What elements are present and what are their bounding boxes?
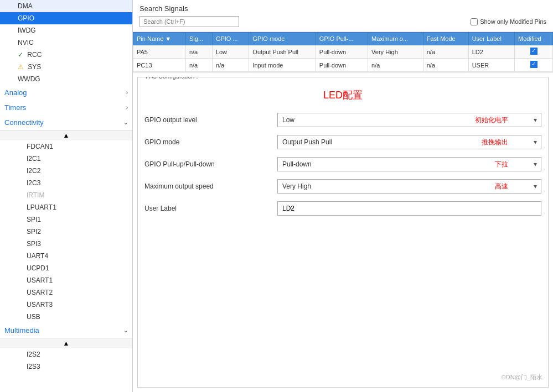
show-modified-checkbox[interactable] — [471, 18, 478, 25]
search-signals-title: Search Signals — [139, 4, 546, 13]
sidebar-item-usart3[interactable]: USART3 — [0, 299, 132, 311]
config-select-speed[interactable]: Low Medium High Very High — [277, 179, 541, 194]
config-select-output-level[interactable]: Low High — [277, 113, 541, 127]
sidebar-item-usart1[interactable]: USART1 — [0, 274, 132, 286]
sidebar-item-lpuart1[interactable]: LPUART1 — [0, 201, 132, 213]
cell-sig: n/a — [185, 45, 212, 59]
sidebar-item-spi3[interactable]: SPI3 — [0, 238, 132, 250]
cell-fast-mode: n/a — [423, 45, 468, 59]
sidebar-item-i2s3[interactable]: I2S3 — [0, 360, 132, 373]
cell-gpio-io: n/a — [212, 59, 249, 72]
chevron-down-icon: ⌄ — [123, 119, 128, 126]
table-row[interactable]: PA5 n/a Low Output Push Pull Pull-down V… — [133, 45, 553, 59]
main-content: Search Signals Show only Modified Pins P… — [133, 0, 553, 392]
sidebar-item-usart2[interactable]: USART2 — [0, 286, 132, 299]
sidebar-item-ucpd1[interactable]: UCPD1 — [0, 262, 132, 274]
col-pin-name[interactable]: Pin Name ▼ — [133, 33, 186, 45]
sidebar-item-irtim[interactable]: IRTIM — [0, 189, 132, 201]
cell-fast-mode: n/a — [423, 59, 468, 72]
config-label-pull: GPIO Pull-up/Pull-down — [144, 160, 277, 168]
check-icon: ✓ — [18, 51, 23, 59]
search-input[interactable] — [139, 16, 239, 27]
sidebar-item-iwdg[interactable]: IWDG — [0, 24, 132, 36]
sidebar-item-spi1[interactable]: SPI1 — [0, 213, 132, 226]
cell-gpio-mode: Output Push Pull — [249, 45, 316, 59]
config-legend: PA5 Configuration : — [143, 77, 200, 80]
scroll-down-button[interactable]: ▲ — [0, 338, 132, 348]
config-select-gpio-mode-wrapper: Output Push Pull Output Open Drain Input… — [277, 135, 541, 149]
sidebar-item-i2c3[interactable]: I2C3 — [0, 177, 132, 189]
gpio-table-wrapper: Pin Name ▼ Sig... GPIO ... GPIO mode GPI… — [133, 32, 553, 72]
chevron-right-icon: › — [126, 104, 128, 111]
config-label-speed: Maximum output speed — [144, 182, 277, 190]
col-modified[interactable]: Modified — [515, 33, 553, 45]
col-gpio-pull[interactable]: GPIO Pull-... — [316, 33, 368, 45]
sidebar-item-wwdg[interactable]: WWDG — [0, 73, 132, 85]
show-modified-label: Show only Modified Pins — [480, 18, 546, 25]
col-gpio-io[interactable]: GPIO ... — [212, 33, 249, 45]
sidebar-category-timers[interactable]: Timers › — [0, 100, 132, 115]
sidebar-item-nvic[interactable]: NVIC — [0, 36, 132, 49]
search-bar: Search Signals Show only Modified Pins — [133, 0, 553, 32]
config-row-speed: Maximum output speed Low Medium High Ver… — [144, 179, 541, 194]
cell-gpio-mode: Input mode — [249, 59, 316, 72]
config-section: PA5 Configuration : LED配置 GPIO output le… — [137, 77, 549, 388]
config-select-pull[interactable]: No pull-up and no pull-down Pull-up Pull… — [277, 157, 541, 171]
col-sig[interactable]: Sig... — [185, 33, 212, 45]
gpio-table: Pin Name ▼ Sig... GPIO ... GPIO mode GPI… — [133, 32, 553, 72]
cell-gpio-pull: Pull-down — [316, 59, 368, 72]
sidebar-category-connectivity[interactable]: Connectivity ⌄ — [0, 115, 132, 130]
watermark: ©DN@门_陌水 — [502, 373, 542, 381]
config-title: LED配置 — [144, 88, 541, 102]
arrow-up-icon: ▲ — [63, 132, 70, 139]
cell-pin-name: PA5 — [133, 45, 186, 59]
sidebar-item-spi2[interactable]: SPI2 — [0, 226, 132, 238]
modified-checkbox-checked — [530, 61, 538, 68]
cell-user-label: LD2 — [468, 45, 514, 59]
sidebar-item-usb[interactable]: USB — [0, 311, 132, 323]
sidebar-item-i2c1[interactable]: I2C1 — [0, 153, 132, 165]
chevron-down-icon: ⌄ — [123, 327, 128, 333]
sidebar-category-analog[interactable]: Analog › — [0, 85, 132, 100]
modified-checkbox-checked — [530, 48, 538, 55]
cell-sig: n/a — [185, 59, 212, 72]
config-select-gpio-mode[interactable]: Output Push Pull Output Open Drain Input… — [277, 135, 541, 149]
cell-pin-name: PC13 — [133, 59, 186, 72]
sidebar-item-gpio[interactable]: GPIO — [0, 12, 132, 24]
config-row-user-label: User Label — [144, 201, 541, 216]
col-gpio-mode[interactable]: GPIO mode — [249, 33, 316, 45]
sidebar-item-fdcan1[interactable]: FDCAN1 — [0, 140, 132, 153]
config-row-pull: GPIO Pull-up/Pull-down No pull-up and no… — [144, 157, 541, 171]
sidebar-item-sys[interactable]: ⚠ SYS — [0, 61, 132, 73]
arrow-up-icon2: ▲ — [63, 339, 70, 347]
sidebar-category-multimedia[interactable]: Multimedia ⌄ — [0, 323, 132, 338]
cell-max-output: n/a — [368, 59, 423, 72]
sidebar-item-dma[interactable]: DMA — [0, 0, 132, 12]
sidebar-item-rcc[interactable]: ✓ RCC — [0, 49, 132, 61]
table-row[interactable]: PC13 n/a n/a Input mode Pull-down n/a n/… — [133, 59, 553, 72]
sidebar-item-uart4[interactable]: UART4 — [0, 250, 132, 262]
chevron-right-icon: › — [126, 90, 128, 96]
show-modified-container: Show only Modified Pins — [471, 18, 546, 25]
cell-gpio-io: Low — [212, 45, 249, 59]
config-label-gpio-mode: GPIO mode — [144, 138, 277, 146]
config-select-speed-wrapper: Low Medium High Very High 高速 — [277, 179, 541, 194]
cell-modified — [515, 59, 553, 72]
col-max-output[interactable]: Maximum o... — [368, 33, 423, 45]
cell-max-output: Very High — [368, 45, 423, 59]
sidebar-item-i2s2[interactable]: I2S2 — [0, 348, 132, 360]
warn-icon: ⚠ — [18, 63, 24, 71]
config-label-user-label: User Label — [144, 205, 277, 212]
cell-gpio-pull: Pull-down — [316, 45, 368, 59]
config-select-pull-wrapper: No pull-up and no pull-down Pull-up Pull… — [277, 157, 541, 171]
sidebar: DMA GPIO IWDG NVIC ✓ RCC ⚠ SYS WWDG Anal… — [0, 0, 133, 392]
col-user-label[interactable]: User Label — [468, 33, 514, 45]
sidebar-item-i2c2[interactable]: I2C2 — [0, 165, 132, 177]
config-row-output-level: GPIO output level Low High 初始化电平 — [144, 113, 541, 127]
cell-user-label: USER — [468, 59, 514, 72]
config-input-user-label[interactable] — [277, 201, 541, 216]
col-fast-mode[interactable]: Fast Mode — [423, 33, 468, 45]
cell-modified — [515, 45, 553, 59]
config-row-gpio-mode: GPIO mode Output Push Pull Output Open D… — [144, 135, 541, 149]
scroll-up-button[interactable]: ▲ — [0, 130, 132, 140]
